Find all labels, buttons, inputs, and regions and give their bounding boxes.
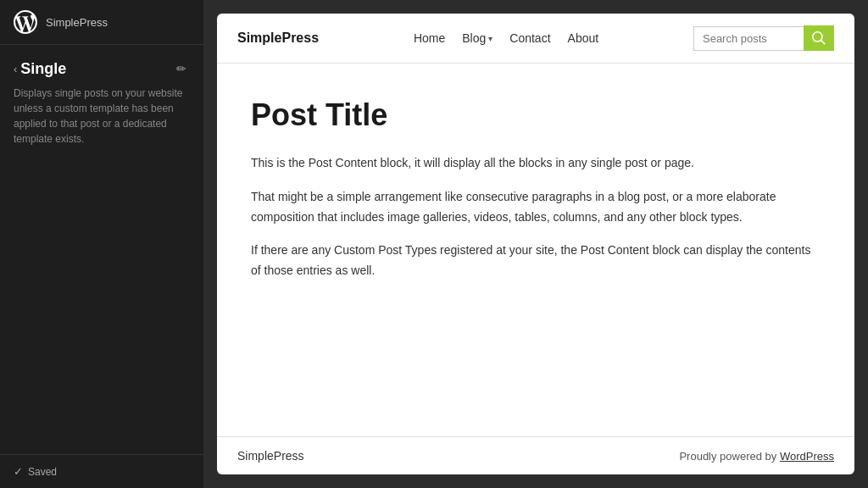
site-logo: SimplePress [237,30,319,46]
saved-label: Saved [28,466,57,478]
edit-button[interactable]: ✏ [173,58,190,79]
post-paragraph-3: If there are any Custom Post Types regis… [251,241,821,281]
template-title: Single [20,60,173,78]
nav-contact[interactable]: Contact [509,31,550,45]
chevron-left-icon: ‹ [14,63,17,75]
nav-blog-label: Blog [462,31,486,45]
search-icon [812,31,826,45]
site-nav: Home Blog ▾ Contact About [414,31,598,45]
preview-frame: SimplePress Home Blog ▾ Contact About [217,14,854,474]
chevron-down-icon: ▾ [488,34,492,43]
nav-about[interactable]: About [568,31,599,45]
sidebar: SimplePress ‹ Single ✏ Displays single p… [0,0,203,488]
search-input[interactable] [693,26,804,51]
footer-powered: Proudly powered by WordPress [679,450,834,463]
footer-powered-text: Proudly powered by [679,450,780,463]
back-button[interactable]: ‹ [14,63,17,75]
nav-home[interactable]: Home [414,31,445,45]
main-preview: SimplePress Home Blog ▾ Contact About [203,0,868,488]
template-description: Displays single posts on your website un… [14,86,190,147]
search-bar [693,25,834,51]
sidebar-template-header: ‹ Single ✏ [14,58,190,79]
post-content: This is the Post Content block, it will … [251,153,821,281]
search-button[interactable] [804,25,834,51]
pencil-icon: ✏ [176,62,186,75]
sidebar-content: ‹ Single ✏ Displays single posts on your… [0,45,203,454]
sidebar-app-name: SimplePress [46,16,108,29]
sidebar-footer: ✓ Saved [0,454,203,488]
nav-blog-dropdown[interactable]: Blog ▾ [462,31,492,45]
sidebar-header: SimplePress [0,0,203,45]
wordpress-logo-icon [14,10,37,34]
site-body: Post Title This is the Post Content bloc… [217,64,854,436]
site-footer: SimplePress Proudly powered by WordPress [217,436,854,474]
footer-logo: SimplePress [237,449,304,463]
post-paragraph-2: That might be a simple arrangement like … [251,187,821,228]
saved-check-icon: ✓ [14,465,23,478]
site-header: SimplePress Home Blog ▾ Contact About [217,14,854,64]
post-paragraph-1: This is the Post Content block, it will … [251,153,821,174]
post-title: Post Title [251,97,821,133]
wordpress-link[interactable]: WordPress [780,450,834,463]
